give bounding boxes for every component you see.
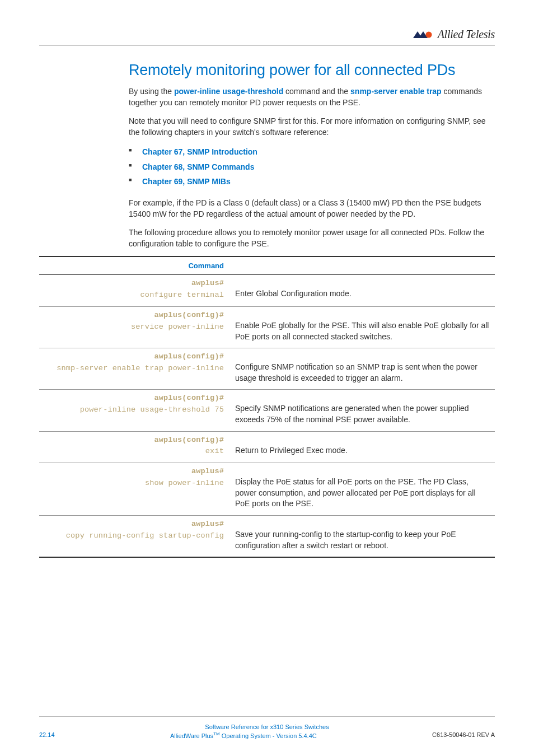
cli-prompt: awplus(config)# [39,435,224,446]
cli-prompt: awplus(config)# [39,352,224,362]
intro-paragraph-2: Note that you will need to configure SNM… [129,115,495,138]
table-row: awplus(config)#service power-inline Enab… [39,306,495,348]
command-description: Specify SNMP notifications are generated… [229,390,495,431]
list-item: Chapter 67, SNMP Introduction [129,144,495,160]
list-item: Chapter 68, SNMP Commands [129,160,495,175]
cli-command: snmp-server enable trap power-inline [39,363,224,374]
chapter-link[interactable]: Chapter 67, SNMP Introduction [142,147,257,156]
text: By using the [129,87,174,96]
page-footer: Software Reference for x310 Series Switc… [39,716,495,739]
cli-command: power-inline usage-threshold 75 [39,405,224,416]
text: command and the [283,87,350,96]
cli-prompt: awplus# [39,466,224,477]
page-header: Allied Telesis [39,28,495,46]
column-header-description [229,256,495,275]
text: AlliedWare Plus [170,732,213,739]
table-row: awplus#copy running-config startup-confi… [39,516,495,558]
command-description: Return to Privileged Exec mode. [229,431,495,463]
command-description: Save your running-config to the startup-… [229,516,495,558]
page-number: 22.14 [39,731,55,739]
cli-prompt: awplus(config)# [39,310,224,321]
cli-command: configure terminal [39,290,224,301]
cli-prompt: awplus(config)# [39,393,224,404]
table-row: awplus(config)#snmp-server enable trap p… [39,348,495,390]
allied-telesis-icon [413,30,434,39]
main-content: Remotely monitoring power for all connec… [129,62,495,558]
text: Operating System - Version 5.4.4C [220,732,317,739]
column-header-command: Command [39,256,229,275]
table-row: awplus(config)#power-inline usage-thresh… [39,390,495,431]
footer-title: Software Reference for x310 Series Switc… [39,724,495,730]
command-description: Display the PoE status for all PoE ports… [229,463,495,516]
page-title: Remotely monitoring power for all connec… [129,62,495,79]
brand-name: Allied Telesis [438,28,495,41]
chapter-link[interactable]: Chapter 68, SNMP Commands [142,162,254,171]
document-id: C613-50046-01 REV A [432,731,495,739]
command-description: Enter Global Configuration mode. [229,275,495,307]
command-ref-link[interactable]: power-inline usage-threshold [174,87,283,96]
cli-command: service power-inline [39,322,224,333]
cli-command: show power-inline [39,478,224,489]
cli-command: copy running-config startup-config [39,531,224,542]
example-paragraph: For example, if the PD is a Class 0 (def… [129,197,495,220]
command-description: Enable PoE globally for the PSE. This wi… [229,306,495,348]
trademark-symbol: TM [213,731,220,736]
cli-command: exit [39,446,224,457]
table-row: awplus#show power-inline Display the PoE… [39,463,495,516]
chapter-link[interactable]: Chapter 69, SNMP MIBs [142,177,231,186]
list-item: Chapter 69, SNMP MIBs [129,174,495,189]
table-row: awplus#configure terminal Enter Global C… [39,275,495,307]
command-description: Configure SNMP notification so an SNMP t… [229,348,495,390]
footer-product: AlliedWare PlusTM Operating System - Ver… [55,731,433,739]
intro-paragraph-1: By using the power-inline usage-threshol… [129,86,495,109]
procedure-paragraph: The following procedure allows you to re… [129,227,495,250]
command-table: Command awplus#configure terminal Enter … [39,256,495,558]
brand-logo: Allied Telesis [413,28,495,41]
cli-prompt: awplus# [39,519,224,530]
svg-point-2 [425,31,432,38]
command-ref-link[interactable]: snmp-server enable trap [350,87,442,96]
chapter-links-list: Chapter 67, SNMP Introduction Chapter 68… [129,144,495,189]
table-row: awplus(config)#exit Return to Privileged… [39,431,495,463]
cli-prompt: awplus# [39,278,224,289]
